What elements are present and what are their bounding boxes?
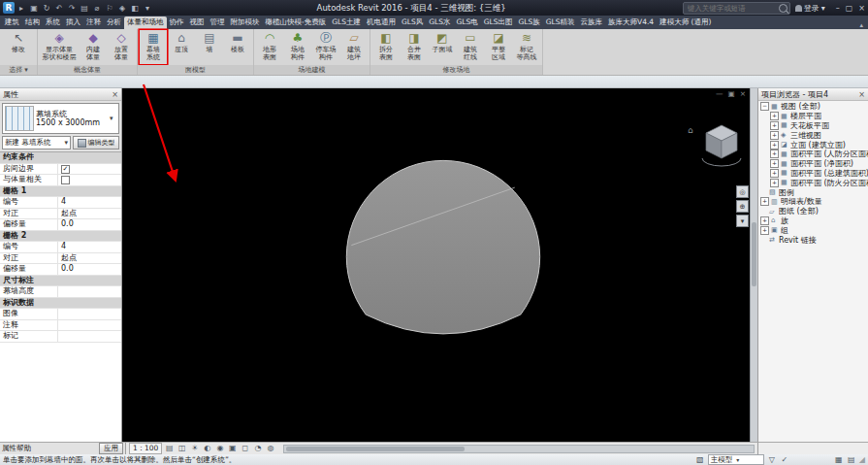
tab-olive-mountain[interactable]: 橄榄山快模-免费版 [263, 17, 330, 29]
edit-type-button[interactable]: 编辑类型 [73, 136, 119, 149]
section-icon[interactable]: ◧ [129, 2, 141, 14]
temporary-hide-isolate-icon[interactable]: ◔ [252, 444, 263, 453]
property-row-offset-1[interactable]: 偏移量0.0 [0, 219, 121, 231]
property-row-curtain-height[interactable]: 幕墙高度 [0, 286, 121, 298]
view-minimize-icon[interactable]: — [716, 89, 723, 98]
editable-only-icon[interactable]: ✓ [780, 455, 789, 464]
browser-item-3d-views[interactable]: +◈三维视图 [758, 130, 868, 140]
print-icon[interactable]: ▤ [79, 2, 90, 14]
project-browser-close-icon[interactable]: × [858, 90, 865, 99]
close-button[interactable]: × [858, 4, 865, 13]
sign-in-button[interactable]: 登录 ▾ [795, 3, 825, 14]
label-contours-button[interactable]: ≋ 标记 等高线 [513, 30, 540, 64]
vertical-scrollbar-thumb[interactable] [752, 222, 756, 286]
expander-icon[interactable]: + [770, 179, 779, 187]
properties-filter-select[interactable]: 新建 幕墙系统 ▾ [2, 136, 71, 149]
navigation-wheel-icon[interactable]: ◎ [736, 185, 749, 198]
save-icon[interactable]: ▣ [28, 2, 40, 14]
tab-gls-finishing[interactable]: GLS精装 [543, 17, 578, 29]
redo-icon[interactable]: ↷ [66, 2, 78, 14]
property-row-room-bounding[interactable]: 房间边界✓ [0, 164, 121, 176]
home-icon[interactable]: ⌂ [688, 125, 693, 135]
view-cube[interactable]: ⌂ [688, 121, 744, 176]
tab-gls-family[interactable]: GLS族 [516, 17, 543, 29]
tab-cloud-family[interactable]: 云族库 [578, 17, 606, 29]
expander-icon[interactable]: + [770, 112, 779, 120]
tab-annotate[interactable]: 注释 [83, 17, 104, 29]
tab-gls-civil[interactable]: GLS土建 [329, 17, 364, 29]
select-toggle2-icon[interactable]: ▤ [847, 455, 856, 464]
expander-icon[interactable]: + [770, 149, 779, 158]
default-3d-view-icon[interactable]: ◈ [116, 2, 128, 14]
tab-gls-pipe[interactable]: GLS水 [426, 17, 453, 29]
tab-collaborate[interactable]: 协作 [167, 17, 187, 29]
parking-component-button[interactable]: Ⓟ 停车场 构件 [312, 30, 339, 64]
property-row-offset-2[interactable]: 偏移量0.0 [0, 264, 121, 276]
measure-icon[interactable]: ⌀ [91, 2, 103, 14]
application-menu-icon[interactable]: R [3, 2, 15, 14]
expander-icon[interactable]: + [770, 141, 779, 149]
place-mass-button[interactable]: ◇ 放置 体量 [108, 30, 135, 64]
apply-button[interactable]: 应用 [99, 443, 123, 454]
search-icon[interactable] [779, 4, 788, 13]
detail-level-icon[interactable]: ▤ [164, 444, 175, 453]
select-toggle-icon[interactable]: ▦ [834, 455, 844, 464]
search-input[interactable] [686, 3, 779, 14]
browser-item-views-all[interactable]: −▦视图 (全部) [758, 102, 868, 112]
roof-button[interactable]: ⌂ 屋顶 [168, 30, 195, 64]
sync-icon[interactable]: ↻ [41, 2, 52, 14]
browser-item-groups[interactable]: +▣组 [758, 225, 868, 235]
type-selector-caret-icon[interactable]: ▾ [110, 115, 118, 122]
browser-item-sheets[interactable]: ▱图纸 (全部) [758, 207, 868, 216]
properties-help-link[interactable]: 属性帮助 [2, 444, 31, 453]
toposurface-button[interactable]: ◠ 地形 表面 [256, 30, 283, 64]
merge-surfaces-button[interactable]: ◨ 合并 表面 [401, 30, 428, 64]
tab-manage[interactable]: 管理 [208, 17, 228, 29]
tab-insert[interactable]: 插入 [63, 17, 83, 29]
ribbon-collapse-icon[interactable]: ▴ [859, 21, 866, 29]
browser-item-ceiling-plans[interactable]: +▦天花板平面 [758, 121, 868, 131]
property-row-justify-2[interactable]: 对正起点 [0, 253, 121, 265]
mass-dome[interactable] [346, 160, 539, 334]
expander-icon[interactable]: + [770, 131, 779, 140]
expander-icon[interactable]: + [770, 121, 779, 130]
browser-item-elevations[interactable]: +◪立面 (建筑立面) [758, 140, 868, 149]
browser-item-floor-plans[interactable]: +▦楼层平面 [758, 112, 868, 121]
tab-gls-sheets[interactable]: GLS出图 [481, 17, 516, 29]
site-component-button[interactable]: ♣ 场地 构件 [284, 30, 311, 64]
tag-icon[interactable]: ⚐ [104, 2, 115, 14]
property-row-image[interactable]: 图像 [0, 309, 121, 320]
zoom-icon[interactable]: ⊕ [736, 200, 749, 213]
split-surface-button[interactable]: ◧ 拆分 表面 [372, 30, 400, 64]
sun-path-icon[interactable]: ☀ [189, 444, 200, 453]
property-row-related-to-mass[interactable]: 与体量相关 [0, 175, 121, 186]
property-row-number-1[interactable]: 编号4 [0, 197, 121, 209]
tab-view[interactable]: 视图 [187, 17, 208, 29]
view-restore-icon[interactable]: ▣ [728, 89, 735, 98]
property-line-button[interactable]: ▭ 建筑 红线 [457, 30, 484, 64]
room-bounding-checkbox[interactable]: ✓ [61, 165, 70, 174]
drawing-area[interactable]: — ▣ × ⌂ ◎ ⊕ ▾ [122, 88, 757, 442]
maximize-button[interactable]: ▢ [846, 4, 853, 13]
visual-style-icon[interactable]: ◫ [177, 444, 187, 453]
shadows-icon[interactable]: ◐ [202, 444, 212, 453]
inplace-mass-button[interactable]: ◆ 内建 体量 [80, 30, 107, 64]
worksets-icon[interactable]: ▧ [695, 455, 705, 464]
crop-view-icon[interactable]: ▣ [227, 444, 238, 453]
qat-customize-icon[interactable]: ▾ [142, 2, 153, 14]
property-row-comments[interactable]: 注释 [0, 320, 121, 332]
floor-button[interactable]: ▬ 楼板 [224, 30, 251, 64]
scale-button[interactable]: 1 : 100 [129, 443, 162, 454]
expander-icon[interactable]: + [760, 216, 769, 225]
rendering-dialog-icon[interactable]: ◉ [214, 444, 225, 453]
reveal-hidden-elements-icon[interactable]: ◍ [265, 444, 275, 453]
building-pad-button[interactable]: ▱ 建筑 地坪 [340, 30, 368, 64]
minimize-button[interactable]: – [836, 4, 840, 13]
property-row-number-2[interactable]: 编号4 [0, 242, 121, 253]
browser-item-schedules[interactable]: +▥明细表/数量 [758, 197, 868, 207]
expander-icon[interactable]: + [770, 169, 779, 178]
subregion-button[interactable]: ◩ 子面域 [429, 30, 456, 64]
browser-item-legends[interactable]: ▧图例 [758, 187, 868, 197]
tab-family-master[interactable]: 族库大师V4.4 [605, 17, 657, 29]
browser-item-revit-links[interactable]: ⇄Revit 链接 [758, 235, 868, 245]
